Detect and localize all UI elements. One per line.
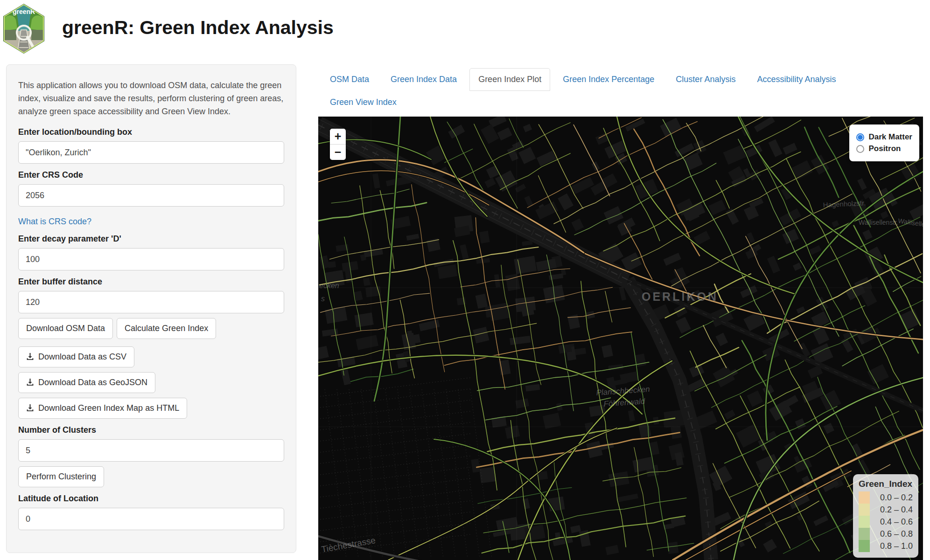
layer-control: Dark MatterPositron — [849, 124, 919, 161]
download-icon — [26, 378, 34, 386]
legend-range-label: 0.2 – 0.4 — [870, 504, 913, 516]
legend-entry: 0.4 – 0.6 — [859, 516, 913, 528]
tab-green-index-plot[interactable]: Green Index Plot — [469, 68, 550, 91]
buffer-input[interactable] — [18, 291, 284, 313]
tab-label[interactable]: Green Index Plot — [469, 68, 550, 91]
app-description: This application allows you to download … — [18, 79, 284, 118]
map[interactable]: OERLIKONPlanschbeckenFöhrenwaldTièchestr… — [318, 117, 923, 560]
crs-input[interactable] — [18, 184, 284, 207]
legend-swatch — [859, 540, 870, 552]
map-place-label: s — [321, 295, 325, 303]
legend-swatch — [859, 528, 870, 540]
tab-label[interactable]: Green Index Data — [382, 68, 466, 91]
location-input[interactable] — [18, 141, 284, 164]
tab-label[interactable]: OSM Data — [321, 68, 378, 91]
perform-clustering-button[interactable]: Perform Clustering — [18, 466, 104, 487]
legend-range-label: 0.0 – 0.2 — [870, 491, 913, 504]
map-zoom-control: + − — [330, 129, 346, 160]
legend-entry: 0.2 – 0.4 — [859, 504, 913, 516]
green-index-legend: Green_Index 0.0 – 0.20.2 – 0.40.4 – 0.60… — [853, 474, 918, 558]
download-osm-button[interactable]: Download OSM Data — [18, 318, 113, 339]
clusters-input[interactable] — [18, 439, 284, 462]
latitude-input[interactable] — [18, 508, 284, 530]
download-csv-label: Download Data as CSV — [38, 352, 126, 361]
tab-label[interactable]: Cluster Analysis — [667, 68, 744, 91]
crs-help-link[interactable]: What is CRS code? — [18, 217, 91, 227]
green-index-map-canvas: OERLIKONPlanschbeckenFöhrenwaldTièchestr… — [318, 117, 923, 560]
legend-entry: 0.0 – 0.2 — [859, 491, 913, 504]
legend-swatch — [859, 504, 870, 516]
decay-label: Enter decay parameter 'D' — [18, 234, 284, 244]
radio-selected-icon[interactable] — [856, 133, 864, 141]
download-html-map-button[interactable]: Download Green Index Map as HTML — [18, 398, 187, 419]
tab-label[interactable]: Green View Index — [321, 91, 406, 114]
download-csv-button[interactable]: Download Data as CSV — [18, 346, 134, 367]
zoom-in-button[interactable]: + — [330, 129, 346, 144]
sidebar-panel: This application allows you to download … — [6, 64, 296, 553]
legend-entry: 0.6 – 0.8 — [859, 528, 913, 540]
buffer-label: Enter buffer distance — [18, 277, 284, 287]
tab-accessibility-analysis[interactable]: Accessibility Analysis — [748, 68, 845, 91]
crs-label: Enter CRS Code — [18, 170, 284, 180]
tab-green-view-index[interactable]: Green View Index — [321, 91, 406, 114]
layer-option-label: Dark Matter — [868, 132, 912, 142]
legend-swatch — [859, 516, 870, 528]
app-logo: greenR — [3, 4, 44, 55]
legend-entry: 0.8 – 1.0 — [859, 540, 913, 552]
legend-rows: 0.0 – 0.20.2 – 0.40.4 – 0.60.6 – 0.80.8 … — [859, 491, 913, 552]
layer-option-positron[interactable]: Positron — [856, 144, 912, 153]
latitude-label: Latitude of Location — [18, 494, 284, 504]
legend-range-label: 0.8 – 1.0 — [870, 540, 913, 552]
page: greenR greenR: Green Index Analysis This… — [0, 0, 930, 560]
tab-bar: OSM DataGreen Index DataGreen Index Plot… — [321, 68, 924, 114]
map-place-label: OERLIKON — [642, 290, 718, 303]
tab-green-index-percentage[interactable]: Green Index Percentage — [554, 68, 663, 91]
decay-input[interactable] — [18, 248, 284, 270]
tab-green-index-data[interactable]: Green Index Data — [382, 68, 466, 91]
location-label: Enter location/bounding box — [18, 127, 284, 137]
download-icon — [26, 404, 34, 412]
download-geojson-label: Download Data as GeoJSON — [38, 378, 147, 387]
download-icon — [26, 353, 34, 360]
calculate-green-index-button[interactable]: Calculate Green Index — [117, 318, 216, 339]
layer-option-dark-matter[interactable]: Dark Matter — [856, 132, 912, 142]
legend-swatch — [859, 491, 870, 504]
layer-option-label: Positron — [868, 144, 901, 153]
zoom-out-button[interactable]: − — [330, 144, 346, 160]
legend-title: Green_Index — [859, 479, 913, 489]
clusters-label: Number of Clusters — [18, 425, 284, 435]
tab-label[interactable]: Green Index Percentage — [554, 68, 663, 91]
tab-osm-data[interactable]: OSM Data — [321, 68, 378, 91]
radio-unselected-icon[interactable] — [856, 145, 864, 153]
tab-cluster-analysis[interactable]: Cluster Analysis — [667, 68, 744, 91]
legend-range-label: 0.4 – 0.6 — [870, 516, 913, 528]
map-place-label: ecken — [319, 282, 339, 290]
tab-label[interactable]: Accessibility Analysis — [748, 68, 845, 91]
map-place-label: Wallisellenstr. — [859, 219, 898, 226]
download-html-map-label: Download Green Index Map as HTML — [38, 403, 179, 413]
page-title: greenR: Green Index Analysis — [62, 17, 334, 39]
download-geojson-button[interactable]: Download Data as GeoJSON — [18, 372, 155, 393]
legend-range-label: 0.6 – 0.8 — [870, 528, 913, 540]
